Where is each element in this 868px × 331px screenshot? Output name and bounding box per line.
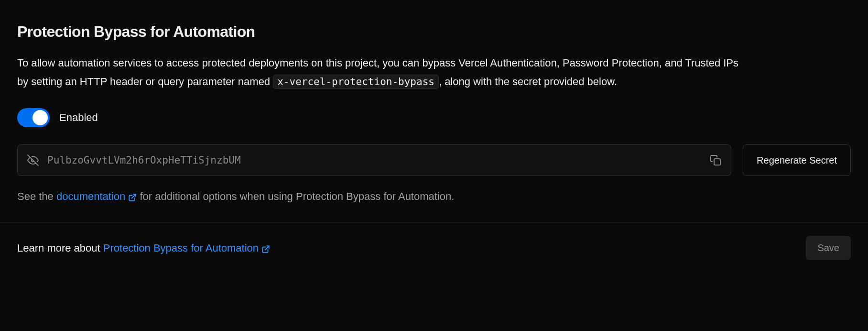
svg-line-3 [265,246,269,250]
svg-rect-1 [714,159,720,165]
card-title: Protection Bypass for Automation [17,23,851,41]
save-button[interactable]: Save [806,236,851,260]
footer-link[interactable]: Protection Bypass for Automation [103,242,270,254]
settings-card: Protection Bypass for Automation To allo… [0,0,868,203]
card-description: To allow automation services to access p… [17,54,744,91]
regenerate-secret-button[interactable]: Regenerate Secret [743,144,851,176]
copy-icon[interactable] [710,154,721,166]
documentation-link-text: documentation [56,190,125,203]
footer-text: Learn more about Protection Bypass for A… [17,242,270,254]
toggle-knob [33,110,48,125]
description-suffix: , along with the secret provided below. [439,76,617,88]
enabled-toggle[interactable] [17,108,50,127]
secret-value: PulbzoGvvtLVm2h6rOxpHeTTiSjnzbUM [47,154,701,166]
enabled-toggle-row: Enabled [17,108,851,127]
svg-line-2 [132,194,136,198]
external-link-icon [261,244,270,253]
secret-row: PulbzoGvvtLVm2h6rOxpHeTTiSjnzbUM Regener… [17,144,851,176]
documentation-link[interactable]: documentation [56,190,137,203]
card-footer: Learn more about Protection Bypass for A… [0,222,868,274]
secret-field: PulbzoGvvtLVm2h6rOxpHeTTiSjnzbUM [17,144,731,176]
eye-off-icon[interactable] [27,154,39,166]
header-name-code: x-vercel-protection-bypass [273,75,439,89]
helper-text: See the documentation for additional opt… [17,190,851,203]
helper-prefix: See the [17,190,56,202]
toggle-label: Enabled [59,111,98,124]
footer-link-text: Protection Bypass for Automation [103,242,259,254]
footer-prefix: Learn more about [17,242,103,254]
external-link-icon [128,192,137,201]
helper-suffix: for additional options when using Protec… [140,190,454,202]
